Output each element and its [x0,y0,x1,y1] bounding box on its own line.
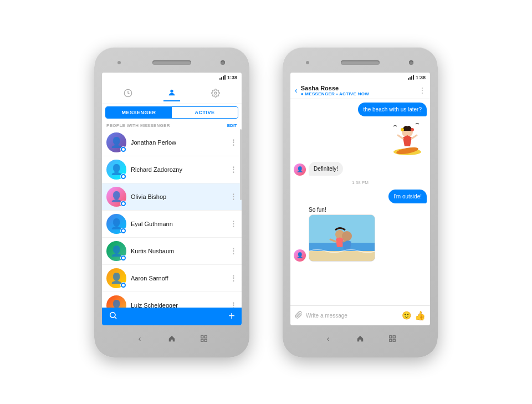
avatar-wrap-5: 👤 [106,241,126,261]
contact-item[interactable]: 👤 Richard Zadorozny ⋮ [102,156,242,183]
status-time-1: 1:38 [227,75,237,80]
msg-sticker [294,120,427,158]
msg-bubble-incoming-1: Definitely! [309,162,343,176]
signal-bar-7 [411,76,412,80]
people-label: PEOPLE WITH MESSENGER [106,123,170,128]
svg-point-14 [401,128,404,131]
msg-outgoing-2: I'm outside! [294,190,427,203]
svg-point-3 [110,312,115,317]
phones-container: 1:38 MESSENGER ACTIVE [0,36,532,369]
back-button-1[interactable]: ‹ [135,334,145,344]
contact-item[interactable]: 👤 Kurtis Nusbaum ⋮ [102,238,242,265]
contact-more-1[interactable]: ⋮ [229,138,237,147]
contact-item-olivia[interactable]: 👤 Olivia Bishop ⋮ [102,183,242,211]
contact-name-1: Jonathan Perlow [131,139,225,146]
msg-avatar-incoming: 👤 [294,163,306,176]
svg-rect-5 [201,335,203,337]
chat-contact-name: Sasha Rosse [301,85,416,91]
avatar-wrap-4: 👤 [106,214,126,234]
scrollbar-1[interactable] [240,129,242,201]
phone-1-nav: ‹ [102,328,242,350]
messenger-badge-4 [120,228,126,234]
chat-messages: the beach with us later? [290,99,430,305]
signal-bar-8 [413,75,414,80]
emoji-icon[interactable]: 🙂 [402,311,411,320]
svg-rect-7 [201,339,203,341]
contact-name-5: Kurtis Nusbaum [131,248,225,254]
contact-item[interactable]: 👤 Aaron Sarnoff ⋮ [102,265,242,292]
photo-bubble: So fun! [309,207,375,262]
contact-more-3[interactable]: ⋮ [229,192,237,201]
front-camera-2 [409,60,413,65]
attachment-icon[interactable] [295,311,303,320]
msg-bubble-outgoing-1: the beach with us later? [358,103,427,116]
home-button-1[interactable] [167,334,177,344]
messenger-filter: MESSENGER ACTIVE [105,106,238,119]
phone-speaker-2 [341,60,380,65]
signal-bar-1 [219,78,221,80]
contact-item[interactable]: 👤 Eyal Guthmann ⋮ [102,211,242,238]
svg-rect-26 [393,339,395,341]
contact-name-olivia: Olivia Bishop [131,193,225,200]
svg-point-2 [214,92,217,94]
avatar-wrap-7: 👤 [106,295,126,308]
contact-more-2[interactable]: ⋮ [229,165,237,174]
message-input[interactable]: Write a message [306,313,398,319]
messenger-badge-2 [120,173,126,180]
phone-1-screen: 1:38 MESSENGER ACTIVE [102,73,242,325]
signal-bar-2 [221,77,222,80]
photo-image [309,214,375,262]
messenger-badge-6 [120,282,126,288]
svg-point-1 [170,89,173,92]
msg-avatar-photo: 👤 [294,249,306,262]
svg-point-15 [411,128,414,131]
recent-button-1[interactable] [199,334,209,344]
front-camera-left [117,61,121,64]
tab-recent[interactable] [120,85,136,101]
contact-name-2: Richard Zadorozny [131,166,225,173]
contact-more-5[interactable]: ⋮ [229,247,237,255]
avatar-wrap-1: 👤 [106,132,126,152]
front-camera-1 [221,60,225,65]
contact-more-6[interactable]: ⋮ [229,274,237,283]
edit-button[interactable]: EDIT [227,123,237,128]
filter-active[interactable]: ACTIVE [172,107,238,118]
phone-1-top [102,55,242,70]
contact-item[interactable]: 👤 Luiz Scheidegger ⋮ [102,292,242,308]
svg-rect-25 [390,339,392,341]
tab-contacts[interactable] [163,85,180,101]
messenger-badge-5 [120,255,126,261]
msg-bubble-outgoing-2: I'm outside! [388,190,427,203]
tab-settings[interactable] [207,85,224,101]
chat-header-info: Sasha Rosse ● MESSENGER • ACTIVE NOW [301,85,416,96]
recent-button-2[interactable] [387,334,397,344]
search-icon[interactable] [109,311,117,322]
thumbs-up-icon[interactable]: 👍 [415,310,426,321]
phone-2-top [290,55,430,70]
messenger-bottom-bar: + [102,308,242,325]
signal-bar-6 [410,77,411,80]
contact-item[interactable]: 👤 Jonathan Perlow ⋮ [102,129,242,156]
status-bar-1: 1:38 [102,73,242,83]
messenger-badge-3 [120,201,126,207]
contact-more-4[interactable]: ⋮ [229,219,237,228]
status-bar-2: 1:38 [290,73,430,83]
back-button-2[interactable]: ‹ [323,334,333,344]
phone-speaker-1 [152,60,191,65]
filter-messenger[interactable]: MESSENGER [106,107,172,118]
contact-name-4: Eyal Guthmann [131,221,225,227]
home-button-2[interactable] [355,334,365,344]
people-header: PEOPLE WITH MESSENGER EDIT [102,121,242,129]
add-icon[interactable]: + [228,310,235,323]
svg-rect-23 [390,335,392,337]
video-call-icon[interactable]: ⋮ [419,86,426,94]
phone-1: 1:38 MESSENGER ACTIVE [94,47,249,357]
contact-more-7[interactable]: ⋮ [229,301,237,308]
chat-back-button[interactable]: ‹ [295,86,298,95]
svg-rect-6 [204,335,207,337]
svg-rect-8 [204,339,207,341]
msg-photo-row: 👤 So fun! [294,207,427,262]
photo-caption: So fun! [309,207,375,213]
chat-input-bar: Write a message 🙂 👍 [290,305,430,325]
status-time-2: 1:38 [416,75,426,80]
